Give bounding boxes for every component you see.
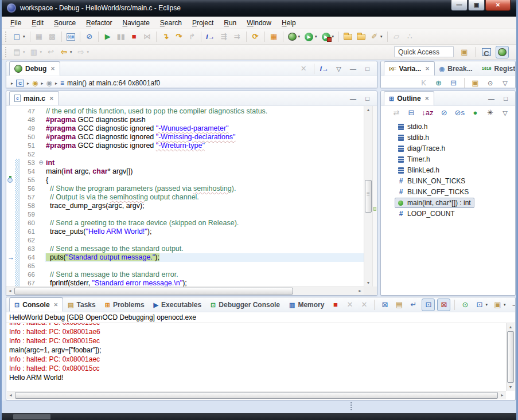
close-icon[interactable]: ✕ [54,302,59,308]
line-number[interactable]: 54 [20,167,37,176]
cpp-perspective-button[interactable]: C [480,46,493,58]
save-all-button[interactable]: ▩ [46,30,59,43]
annotation-ruler[interactable] [6,107,15,116]
line-number[interactable]: 56 [20,185,37,193]
code-line[interactable]: 56 // Show the program parameters (passe… [6,185,364,193]
editor-vertical-scrollbar[interactable]: ▲ ▼ [364,106,372,286]
annotation-ruler[interactable] [6,150,15,159]
annotation-ruler[interactable] [6,176,15,185]
code-line[interactable]: 50#pragma GCC diagnostic ignored "-Wmiss… [6,133,364,142]
annotation-ruler[interactable] [6,124,15,133]
code-line[interactable]: 60 // Send a greeting to the trace devic… [6,219,364,227]
code-text[interactable]: // Send a message to the standard error. [45,270,364,279]
next-annotation-button[interactable]: ∴ [404,30,416,43]
sort-button[interactable]: ↓az [420,107,435,119]
menu-source[interactable]: Source [49,17,81,29]
maximize-view-button[interactable]: □ [361,62,373,75]
scroll-right-arrow[interactable]: ► [356,287,364,295]
minimize-view-button[interactable]: — [485,92,497,105]
outline-item[interactable]: Timer.h [395,154,434,164]
quick-access-input[interactable] [394,46,454,57]
debug-tab[interactable]: Debug ✕ [9,61,60,76]
annotation-ruler[interactable] [6,227,15,236]
menu-window[interactable]: Window [242,17,276,29]
view-tab-variables[interactable]: (x)=Varia...✕ [384,61,435,76]
collapse-all-button[interactable]: ⊟ [405,107,417,119]
outline-item[interactable]: diag/Trace.h [395,143,449,154]
hide-inactive-code-button[interactable]: ✳ [484,107,496,119]
load-project-folder-button[interactable] [342,30,354,43]
menu-file[interactable]: File [5,17,26,29]
code-text[interactable] [45,262,364,270]
console-tab-problems[interactable]: ⊞Problems [100,297,149,312]
console-tab-console[interactable]: ⊡Console✕ [9,297,63,312]
line-number[interactable]: 52 [20,150,37,159]
annotation-ruler[interactable] [6,202,15,210]
restore-window-button[interactable]: ▣ [468,0,485,11]
terminate-button[interactable]: ■ [128,30,140,43]
outline-item[interactable]: stdio.h [395,121,431,132]
annotation-ruler[interactable] [6,159,15,167]
dropdown-arrow-icon[interactable]: ▾ [315,34,317,39]
dropdown-arrow-icon[interactable]: ▾ [40,50,42,54]
overview-marker[interactable] [373,207,376,211]
title-bar[interactable]: workspace - Debug - HelloWorld/src/main.… [2,0,516,17]
menu-run[interactable]: Run [219,17,242,29]
suspend-button[interactable]: ▮▮ [115,30,127,43]
step-return-button[interactable]: ↱ [186,30,198,43]
process-icon[interactable]: ◉ [32,79,38,87]
console-tab-tasks[interactable]: ▤Tasks [63,297,100,312]
line-number[interactable]: 63 [20,245,37,253]
line-number[interactable]: 62 [20,236,37,245]
show-execution-point-button[interactable]: ⇶ [218,30,230,43]
code-line[interactable]: 59 [6,210,364,219]
annotation-ruler[interactable] [6,279,15,286]
show-type-names-button[interactable]: K [418,77,430,88]
line-number[interactable]: 50 [20,133,37,142]
code-text[interactable]: puts("Standard output message."); [45,253,364,262]
trim-drag-grip[interactable] [350,402,352,411]
dropdown-arrow-icon[interactable]: ▾ [504,303,506,307]
outline-item[interactable]: main(int, char*[]) : int [395,198,474,208]
toolbar-handle[interactable] [5,47,8,57]
minimize-view-button[interactable]: — [347,62,359,75]
link-with-editor-button[interactable]: ⇄ [390,107,402,119]
expand-arrow-icon[interactable]: ▸ [55,81,57,86]
annotation-ruler[interactable] [6,262,15,270]
scroll-up-arrow[interactable]: ▲ [507,323,515,331]
open-console-button[interactable]: ▣▾ [492,299,508,311]
line-number[interactable]: 55 [20,176,37,185]
annotation-ruler[interactable] [6,193,15,202]
debug-breadcrumb[interactable]: ▸C▸◉▸◉▸≡main() at main.c:64 0x8001af0 [6,76,377,88]
code-text[interactable]: // Show the program parameters (passed v… [45,185,364,193]
debug-launch-button[interactable]: ▾ [286,30,302,43]
menu-navigate[interactable]: Navigate [117,17,154,29]
line-number[interactable]: 65 [20,262,37,270]
editor-horizontal-scrollbar[interactable]: ◄ ► [6,286,364,295]
toolbar-handle[interactable] [5,32,8,42]
stack-frame-icon[interactable]: ≡ [60,79,64,87]
code-text[interactable]: #pragma GCC diagnostic ignored "-Wreturn… [45,142,364,150]
code-text[interactable]: #pragma GCC diagnostic ignored "-Wmissin… [45,133,364,142]
menu-help[interactable]: Help [276,17,301,29]
annotation-ruler[interactable] [6,142,15,150]
code-line[interactable]: 49#pragma GCC diagnostic ignored "-Wunus… [6,124,364,133]
scroll-up-arrow[interactable]: ▲ [364,106,372,113]
overview-ruler[interactable] [372,106,377,286]
pin-console-button[interactable]: ⊙ [459,299,471,311]
annotation-ruler[interactable] [6,219,15,227]
scrollbar-thumb[interactable] [507,331,514,383]
code-line[interactable]: 53⊖int [6,159,364,167]
line-number[interactable]: 58 [20,202,37,210]
menu-edit[interactable]: Edit [26,17,49,29]
dropdown-arrow-icon[interactable]: ▾ [87,50,89,54]
code-line[interactable]: 66 // Send a message to the standard err… [6,270,364,279]
line-number[interactable]: 53 [20,159,37,167]
open-folder-button[interactable] [355,30,367,43]
code-text[interactable]: #pragma GCC diagnostic ignored "-Wunused… [45,124,364,133]
scroll-down-arrow[interactable]: ▼ [364,279,372,286]
code-text[interactable]: #pragma GCC diagnostic push [45,116,364,124]
maximize-view-button[interactable]: □ [500,92,512,105]
dropdown-arrow-icon[interactable]: ▾ [332,34,334,39]
outline-tab[interactable]: ⊞ Outline ✕ [384,91,434,105]
